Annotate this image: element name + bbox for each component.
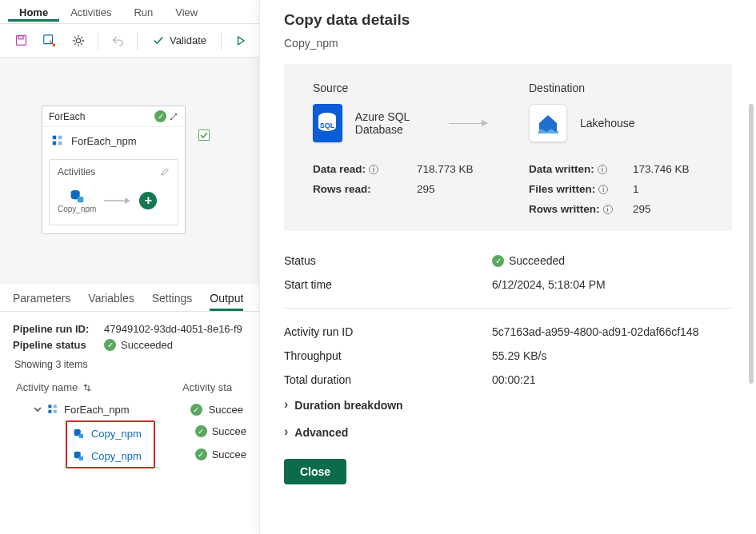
pipeline-run-id-label: Pipeline run ID: xyxy=(13,323,99,335)
undo-button[interactable] xyxy=(105,28,130,54)
foreach-icon xyxy=(50,134,65,148)
table-row[interactable]: Copy_npm xyxy=(67,444,154,467)
panel-title: Copy data details xyxy=(284,11,732,29)
advanced-toggle[interactable]: › Advanced xyxy=(284,419,732,446)
toolbar-divider-3 xyxy=(221,32,222,50)
floppy-icon xyxy=(14,34,28,47)
foreach-activity-card[interactable]: ForEach ✓ ForEach_npm Activities xyxy=(42,106,186,234)
status-value: Succeeded xyxy=(509,254,565,267)
pipeline-status-row: Pipeline status ✓ Succeeded xyxy=(13,339,246,351)
save-button[interactable] xyxy=(8,28,34,54)
info-icon[interactable]: i xyxy=(369,165,378,174)
pipeline-canvas[interactable]: ForEach ✓ ForEach_npm Activities xyxy=(0,58,259,284)
advanced-label: Advanced xyxy=(294,426,348,439)
inner-copy-row: Copy_npm + xyxy=(58,184,170,213)
scrollbar[interactable] xyxy=(749,104,754,384)
dest-column: Destination Lakehouse xyxy=(529,82,703,142)
col-activity-status[interactable]: Activity sta xyxy=(182,381,232,393)
toolbar: Validate xyxy=(0,24,259,58)
chevron-down-icon[interactable] xyxy=(34,405,42,413)
info-icon[interactable]: i xyxy=(603,205,613,214)
copy-data-icon xyxy=(72,427,85,440)
canvas-checkbox[interactable] xyxy=(198,130,210,141)
activity-type-label: ForEach xyxy=(49,111,85,122)
dest-label: Destination xyxy=(529,82,703,94)
svg-text:SQL: SQL xyxy=(320,122,335,130)
details-panel: Copy data details Copy_npm Source SQL Az… xyxy=(259,0,756,534)
sort-icon[interactable] xyxy=(82,383,92,393)
svg-rect-18 xyxy=(79,456,83,460)
col-activity-name[interactable]: Activity name xyxy=(16,381,78,393)
svg-rect-7 xyxy=(58,141,62,145)
flow-arrow-icon xyxy=(104,197,131,205)
table-row[interactable]: ForEach_npm ✓ Succee xyxy=(13,398,246,420)
collapse-icon[interactable] xyxy=(169,112,178,122)
table-row[interactable]: Copy_npm xyxy=(67,422,154,444)
activity-run-id-label: Activity run ID xyxy=(284,325,492,338)
source-label: Source xyxy=(313,82,487,94)
sub-tab-settings[interactable]: Settings xyxy=(152,292,193,311)
tab-view[interactable]: View xyxy=(164,2,209,22)
status-success-icon: ✓ xyxy=(154,110,166,122)
status-success-icon: ✓ xyxy=(195,425,207,437)
svg-rect-11 xyxy=(48,404,51,408)
sub-tab-variables[interactable]: Variables xyxy=(88,292,134,311)
info-icon[interactable]: i xyxy=(598,165,607,174)
toolbar-divider-2 xyxy=(137,32,138,50)
sub-tab-parameters[interactable]: Parameters xyxy=(13,292,70,311)
validate-label: Validate xyxy=(170,34,206,46)
source-stats: Data read:i 718.773 KB Rows read: 295 xyxy=(313,163,487,215)
info-icon[interactable]: i xyxy=(598,185,608,194)
data-written-label: Data written: xyxy=(529,163,594,175)
svg-rect-12 xyxy=(48,410,51,413)
lakehouse-icon xyxy=(529,104,567,142)
pencil-icon[interactable] xyxy=(160,167,170,177)
dest-stats: Data written:i 173.746 KB Files written:… xyxy=(529,163,703,215)
floppy-edit-icon xyxy=(42,34,57,48)
svg-rect-6 xyxy=(58,136,62,140)
save-as-button[interactable] xyxy=(37,28,62,54)
activities-inner-box: Activities Copy_npm + xyxy=(49,159,178,225)
svg-rect-9 xyxy=(78,197,83,202)
status-success-icon: ✓ xyxy=(195,448,207,460)
add-activity-button[interactable]: + xyxy=(139,192,157,209)
duration-breakdown-toggle[interactable]: › Duration breakdown xyxy=(284,392,732,419)
output-sub-tabs: Parameters Variables Settings Output xyxy=(0,284,259,312)
sub-tab-output[interactable]: Output xyxy=(210,292,243,311)
files-written-value: 1 xyxy=(633,183,639,195)
close-button[interactable]: Close xyxy=(284,459,346,484)
activity-card-title-row: ForEach_npm xyxy=(42,127,185,154)
child-rows: Copy_npm Copy_npm ✓ Succee ✓ Succee xyxy=(13,420,246,468)
status-label: Status xyxy=(284,254,492,267)
row-name[interactable]: Copy_npm xyxy=(91,428,142,440)
pipeline-status-label: Pipeline status xyxy=(13,339,99,351)
toolbar-divider-1 xyxy=(98,32,98,50)
tab-activities[interactable]: Activities xyxy=(59,2,122,22)
rows-read-value: 295 xyxy=(417,183,435,195)
row-name: ForEach_npm xyxy=(64,404,130,416)
pipeline-run-id-value: 47949102-93dd-4051-8e16-f9 xyxy=(104,323,242,335)
showing-count: Showing 3 items xyxy=(14,359,246,370)
row-status: Succee xyxy=(212,448,246,460)
validate-button[interactable]: Validate xyxy=(144,31,214,50)
throughput-label: Throughput xyxy=(284,349,492,362)
source-name: Azure SQL Database xyxy=(355,110,436,136)
data-read-value: 718.773 KB xyxy=(417,163,474,175)
throughput-value: 55.29 KB/s xyxy=(492,349,547,362)
run-button[interactable] xyxy=(228,28,254,54)
svg-rect-16 xyxy=(79,434,83,438)
row-name[interactable]: Copy_npm xyxy=(91,450,142,462)
data-written-value: 173.746 KB xyxy=(633,163,690,175)
chevron-right-icon: › xyxy=(284,397,288,412)
settings-button[interactable] xyxy=(66,28,91,54)
tab-run[interactable]: Run xyxy=(122,2,164,22)
copy-data-icon xyxy=(68,187,86,205)
tab-home[interactable]: Home xyxy=(8,2,59,22)
chevron-right-icon: › xyxy=(284,424,288,439)
row-status: Succee xyxy=(212,425,246,437)
duration-breakdown-label: Duration breakdown xyxy=(294,399,402,412)
start-time-label: Start time xyxy=(284,278,492,291)
svg-rect-14 xyxy=(54,410,57,413)
check-icon xyxy=(152,34,165,47)
copy-activity-thumb[interactable]: Copy_npm xyxy=(58,187,96,213)
